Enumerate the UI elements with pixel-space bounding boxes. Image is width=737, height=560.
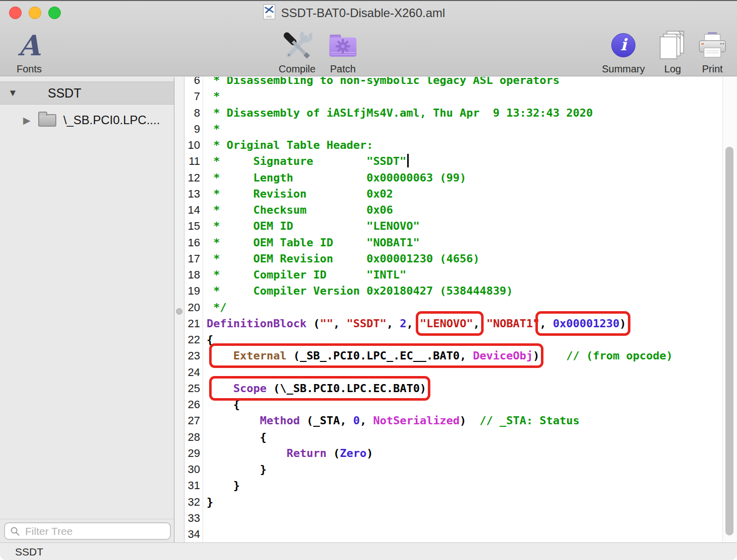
code-token: * OEM Table ID "NOBAT1": [207, 236, 420, 249]
code-token: }: [207, 479, 240, 492]
text-caret: [407, 154, 409, 167]
code-token: (: [326, 447, 340, 459]
splitter-handle-icon: [176, 308, 182, 315]
code-line: * Disassembly of iASLfjMs4V.aml, Thu Apr…: [207, 105, 722, 121]
code-line: Method (_STA, 0, NotSerialized) // _STA:…: [207, 413, 722, 429]
line-number: 28: [185, 429, 203, 445]
print-icon: [698, 28, 727, 63]
summary-button[interactable]: i Summary: [599, 27, 648, 75]
annotation-box: , 0x00001230): [535, 311, 630, 336]
disclosure-right-icon[interactable]: ▶: [23, 115, 34, 126]
close-button[interactable]: [9, 7, 22, 19]
code-token: [213, 382, 233, 395]
line-number: 16: [185, 235, 203, 251]
zoom-button[interactable]: [48, 7, 61, 19]
log-label: Log: [664, 63, 681, 75]
code-editor[interactable]: 6789101112131415161718192021222324252627…: [185, 77, 722, 542]
filter-field[interactable]: [4, 522, 171, 540]
line-number: 11: [185, 153, 203, 169]
code-line: *: [207, 88, 722, 105]
code-line: {: [207, 429, 722, 445]
fonts-button[interactable]: A Fonts: [5, 27, 53, 75]
status-bar: SSDT: [0, 542, 737, 560]
code-token: // _STA: Status: [480, 414, 580, 427]
titlebar: AML SSDT-BAT0-Disable-X260.aml: [263, 4, 445, 22]
compile-label: Compile: [279, 63, 315, 75]
tree-item[interactable]: ▶ \_SB.PCI0.LPC....: [0, 108, 174, 132]
code-token: ,: [360, 414, 374, 427]
line-number: 14: [185, 202, 203, 218]
code-token: *: [207, 90, 220, 103]
code-line: * OEM ID "LENOVO": [207, 218, 722, 234]
print-button[interactable]: Print: [688, 27, 736, 75]
code-token: Return: [287, 447, 326, 459]
line-number: 21: [185, 316, 203, 332]
scrollbar-track[interactable]: [722, 77, 737, 542]
code-line: [207, 526, 722, 542]
document-icon: AML: [263, 4, 276, 22]
code-line: * Compiler Version 0x20180427 (538444839…: [207, 283, 722, 299]
patch-icon: [328, 28, 357, 63]
filter-tree-input[interactable]: [24, 525, 160, 538]
compile-button[interactable]: Compile: [273, 27, 321, 75]
window-title: SSDT-BAT0-Disable-X260.aml: [281, 6, 445, 20]
code-token: {: [207, 431, 266, 443]
line-number: 32: [185, 494, 203, 510]
code-token: ): [459, 414, 480, 427]
annotation-box: "LENOVO",: [416, 311, 484, 336]
patch-label: Patch: [330, 63, 355, 75]
line-number: 10: [185, 137, 203, 153]
code-token: ,: [539, 317, 553, 330]
summary-info-icon: i: [611, 33, 635, 57]
code-token: * Revision 0x02: [207, 188, 393, 200]
sidebar-root-label: SSDT: [48, 86, 81, 101]
search-icon: [10, 526, 20, 536]
line-number: 19: [185, 283, 203, 299]
code-token: * Original Table Header:: [207, 139, 373, 151]
minimize-button[interactable]: [29, 7, 41, 19]
code-line: }: [207, 494, 722, 510]
code-line: [207, 510, 722, 526]
line-number: 18: [185, 267, 203, 283]
code-content[interactable]: * Disassembling to non-symbolic legacy A…: [204, 77, 722, 542]
sidebar-root-row[interactable]: ▼ SSDT: [0, 81, 174, 105]
code-token: Scope: [233, 382, 266, 395]
code-token: [207, 447, 287, 459]
compile-icon: [282, 28, 312, 63]
pane-splitter[interactable]: [174, 77, 185, 542]
line-number: 12: [185, 170, 203, 186]
annotation-box: External (_SB_.PCI0.LPC_.EC__.BAT0, Devi…: [209, 343, 543, 368]
disclosure-down-icon[interactable]: ▼: [8, 87, 21, 99]
code-token: ,: [473, 317, 480, 330]
code-token: "": [320, 317, 333, 330]
code-token: [207, 414, 260, 427]
patch-button[interactable]: Patch: [319, 27, 367, 75]
code-token: 0: [353, 414, 359, 427]
code-token: * Compiler ID "INTL": [207, 268, 406, 281]
code-token: "LENOVO": [420, 317, 473, 330]
summary-label: Summary: [602, 63, 645, 75]
line-number: 6: [185, 77, 203, 88]
line-number: 17: [185, 251, 203, 267]
code-token: *: [207, 123, 220, 135]
line-number: 33: [185, 510, 203, 526]
fonts-icon: A: [18, 30, 40, 60]
fonts-label: Fonts: [17, 63, 42, 75]
app-window: AML SSDT-BAT0-Disable-X260.aml A Fonts C: [0, 0, 737, 560]
code-token: [539, 349, 566, 362]
code-token: }: [207, 463, 266, 476]
code-line: * Original Table Header:: [207, 137, 722, 153]
code-token: Zero: [340, 447, 366, 459]
code-line: Scope (\_SB.PCI0.LPC.EC.BAT0): [207, 381, 722, 397]
filter-bar: [0, 519, 174, 542]
code-token: * Checksum 0x06: [207, 204, 393, 216]
code-token: DefinitionBlock: [207, 317, 307, 330]
code-line: }: [207, 461, 722, 478]
line-number: 22: [185, 332, 203, 348]
code-token: 0x00001230: [553, 317, 619, 330]
log-icon: [659, 28, 686, 63]
scrollbar-thumb[interactable]: [725, 147, 733, 535]
code-line: * Compiler ID "INTL": [207, 267, 722, 283]
line-number: 9: [185, 121, 203, 137]
code-line: * Length 0x00000063 (99): [207, 170, 722, 186]
